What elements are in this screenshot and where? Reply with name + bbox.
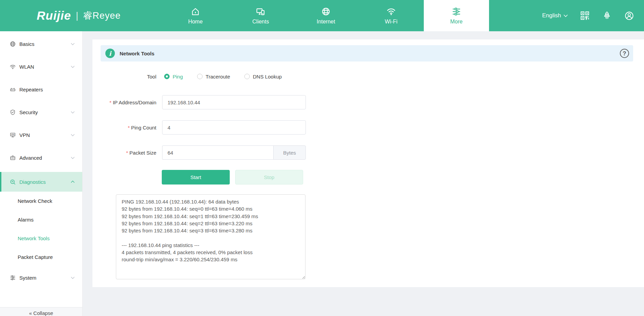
radio-ping-label: Ping [173,74,183,80]
tab-home-label: Home [188,19,203,25]
repeater-icon [10,86,16,93]
required-marker: * [126,150,128,156]
ping-count-input[interactable] [162,120,306,135]
home-icon [190,6,201,17]
sidebar-subitem-label: Network Tools [18,235,50,241]
diagnostics-magnifier-icon [10,179,16,185]
sidebar-item-advanced[interactable]: Advanced [0,146,82,169]
chevron-up-icon [71,180,75,183]
tool-label: Tool [92,74,156,80]
shield-check-icon [10,109,16,116]
ping-count-row: *Ping Count [92,120,306,135]
ping-output-textarea[interactable]: PING 192.168.10.44 (192.168.10.44): 64 d… [116,194,306,279]
radio-traceroute-label: Traceroute [206,74,230,80]
network-tools-panel: i Network Tools ? Tool Ping Traceroute D… [92,39,644,287]
radio-traceroute[interactable]: Traceroute [197,74,230,80]
svg-text:VPN: VPN [11,134,15,136]
radio-dns-lookup-label: DNS Lookup [253,74,282,80]
chevron-down-icon [71,66,75,68]
tab-wifi-label: Wi-Fi [385,19,397,25]
primary-tabs: Home Clients Internet Wi-Fi More [163,0,489,31]
top-navigation-bar: Ruijie | 睿Reyee Home Clients Internet [0,0,644,31]
tab-internet-label: Internet [317,19,335,25]
topbar-utilities: English [542,0,634,31]
tab-clients-label: Clients [253,19,269,25]
ping-count-label: *Ping Count [92,125,156,130]
alarm-rocket-icon[interactable] [602,11,612,21]
globe-icon [10,41,16,47]
help-icon[interactable]: ? [620,49,629,58]
brand-divider: | [76,11,78,21]
internet-icon [321,6,331,17]
ip-address-label: *IP Address/Domain [92,100,156,105]
sidebar-item-repeaters[interactable]: Repeaters [0,78,82,101]
brand-ruijie: Ruijie [37,9,71,22]
required-marker: * [128,125,130,130]
radio-dns-lookup-control[interactable] [244,74,250,79]
sidebar-item-basics[interactable]: Basics [0,33,82,55]
brand-reyee: 睿Reyee [83,10,121,22]
sidebar-item-packet-capture[interactable]: Packet Capture [0,248,82,266]
tab-clients[interactable]: Clients [228,0,293,31]
page-title: Network Tools [120,51,154,56]
sidebar-subitem-label: Packet Capture [18,254,53,260]
chevron-down-icon [71,277,75,279]
tab-internet[interactable]: Internet [293,0,359,31]
sidebar-item-network-tools[interactable]: Network Tools [0,229,82,248]
sidebar-item-label: Advanced [19,155,42,161]
sidebar-item-security[interactable]: Security [0,101,82,124]
sidebar-item-label: Basics [19,41,34,47]
sidebar-item-alarms[interactable]: Alarms [0,210,82,229]
sidebar-item-network-check[interactable]: Network Check [0,192,82,210]
stop-button[interactable]: Stop [235,170,303,185]
packet-size-unit: Bytes [273,145,306,160]
collapse-label: « Collapse [29,310,53,316]
page-title-banner: i Network Tools ? [101,45,633,62]
radio-ping[interactable]: Ping [164,74,183,80]
chevron-down-icon [71,157,75,159]
sidebar-item-diagnostics[interactable]: Diagnostics [0,172,82,192]
sidebar-item-label: Repeaters [19,87,43,92]
brand-logo: Ruijie | 睿Reyee [37,0,121,31]
chevron-down-icon [563,14,568,17]
tool-radio-group: Ping Traceroute DNS Lookup [164,74,282,80]
ip-address-input[interactable] [162,95,306,109]
sidebar-subitem-label: Network Check [18,198,52,204]
wifi-icon [386,6,396,17]
more-icon [451,6,462,17]
packet-size-input[interactable] [162,145,273,160]
sidebar-item-label: Diagnostics [19,179,46,185]
sidebar-item-label: Security [19,109,38,115]
start-button[interactable]: Start [162,170,230,185]
sidebar-navigation: Basics WLAN Repeaters Security VPN VPN A… [0,31,83,316]
packet-size-row: *Packet Size Bytes [92,145,306,160]
sidebar-item-label: WLAN [19,64,34,70]
required-marker: * [109,100,111,105]
briefcase-icon [10,155,16,161]
tab-more[interactable]: More [424,0,489,31]
language-selector[interactable]: English [542,12,568,19]
sidebar-item-system[interactable]: System [0,266,82,289]
radio-traceroute-control[interactable] [197,74,203,79]
sidebar-item-label: VPN [19,132,30,138]
tab-more-label: More [450,19,463,25]
user-avatar-icon[interactable] [624,11,634,21]
sidebar-item-wlan[interactable]: WLAN [0,55,82,78]
sliders-icon [10,275,16,281]
sidebar-item-vpn[interactable]: VPN VPN [0,124,82,146]
tool-selector-row: Tool Ping Traceroute DNS Lookup [92,71,282,82]
packet-size-label: *Packet Size [92,150,156,156]
language-label: English [542,12,561,19]
packet-size-group: Bytes [162,145,306,160]
tab-wifi[interactable]: Wi-Fi [359,0,424,31]
sidebar-item-label: System [19,275,36,281]
radio-dns-lookup[interactable]: DNS Lookup [244,74,282,80]
chevron-down-icon [71,111,75,114]
radio-ping-control[interactable] [164,74,170,79]
wifi-icon [10,64,16,70]
qr-code-icon[interactable] [580,11,590,21]
chevron-down-icon [71,43,75,46]
sidebar-collapse-button[interactable]: « Collapse [0,307,82,316]
tab-home[interactable]: Home [163,0,228,31]
clients-icon [256,6,266,17]
